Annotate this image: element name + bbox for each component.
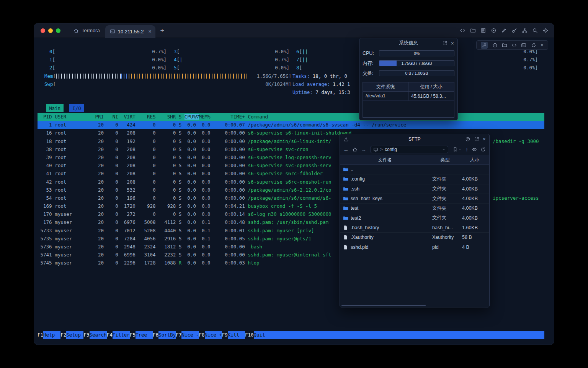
file-row[interactable]: .XauthorityXauthority58 B xyxy=(340,233,489,242)
fnkey-f10[interactable]: F10 xyxy=(245,331,254,339)
journal-icon[interactable] xyxy=(480,28,486,33)
file-row[interactable]: test2文件夹4.00KB xyxy=(340,213,489,223)
tab-ssh-session[interactable]: 10.211.55.2 × xyxy=(105,25,155,38)
close-icon[interactable]: × xyxy=(483,136,486,142)
folder-icon[interactable] xyxy=(502,43,507,48)
search-icon[interactable] xyxy=(532,28,538,33)
fnlabel-sortby[interactable]: SortBy xyxy=(158,331,176,339)
home-icon[interactable] xyxy=(352,147,358,152)
process-table-header[interactable]: PID USER PRI NI VIRT RES SHR S CPU%∇MEM%… xyxy=(38,113,544,121)
cpu-meter-5: 5[0.0%] xyxy=(174,64,289,72)
fnkey-f6[interactable]: F6 xyxy=(153,331,158,339)
file-row[interactable]: ssh_host_keys文件夹4.00KB xyxy=(340,194,489,204)
fnlabel-setup[interactable]: Setup xyxy=(66,331,83,339)
fnkey-f9[interactable]: F9 xyxy=(222,331,228,339)
sync-icon[interactable] xyxy=(531,43,536,48)
window-controls xyxy=(34,28,68,33)
file-row[interactable]: .. xyxy=(340,165,489,174)
cpu-meter-3: 3[0.0%] xyxy=(174,48,289,56)
process-row[interactable]: 1 root 20 0 424 0 0 S 0.0 0.0 0:00.07 /p… xyxy=(38,121,544,129)
panel-toolbar: × xyxy=(476,40,548,50)
upload-icon[interactable]: ↑ xyxy=(466,147,468,152)
show-hidden-icon[interactable] xyxy=(472,147,477,152)
transfers-icon[interactable] xyxy=(343,136,349,142)
info-icon[interactable] xyxy=(492,43,498,48)
open-in-window-icon[interactable] xyxy=(442,41,448,46)
file-row[interactable]: .bash_historybash_hi...1.60KB xyxy=(340,223,489,233)
session-tab-label: 10.211.55.2 xyxy=(118,29,144,34)
fnlabel-tree[interactable]: Tree xyxy=(136,331,153,339)
fnlabel-nice[interactable]: Nice - xyxy=(181,331,199,339)
tab-io[interactable]: I/O xyxy=(69,104,84,112)
toolbar-icons xyxy=(460,28,554,33)
horizontal-scrollbar[interactable] xyxy=(341,305,426,306)
pin-icon[interactable] xyxy=(481,42,488,49)
sftp-panel: SFTP × ← → > config ↑ 文件名 类 xyxy=(340,134,490,307)
swap-meter: Swp[ 0K/1024M ] xyxy=(44,80,291,88)
settings-icon[interactable] xyxy=(542,28,548,33)
load-average-info: Load average: 1.42 1 xyxy=(292,80,350,88)
home-icon xyxy=(74,28,79,33)
open-in-window-icon[interactable] xyxy=(474,136,479,142)
terminal-icon xyxy=(110,29,115,34)
refresh-icon[interactable] xyxy=(480,147,486,152)
column-type[interactable]: 类型 xyxy=(430,155,460,164)
back-icon[interactable]: ← xyxy=(343,147,349,152)
fnlabel-search[interactable]: Search xyxy=(90,331,107,339)
fnlabel-kill[interactable]: Kill xyxy=(228,331,245,339)
app-window: Termora 10.211.55.2 × + 0[0.7%]1[0.0%]2[… xyxy=(34,23,554,345)
close-window-button[interactable] xyxy=(41,28,45,33)
fnkey-f3[interactable]: F3 xyxy=(83,331,89,339)
fnlabel-help[interactable]: Help xyxy=(43,331,60,339)
help-icon[interactable] xyxy=(465,136,470,142)
close-icon[interactable]: × xyxy=(451,41,454,46)
column-name[interactable]: 文件名 xyxy=(340,155,430,164)
fnlabel-filter[interactable]: Filter xyxy=(113,331,130,339)
path-separator: > xyxy=(380,147,383,152)
fnlabel-quit[interactable]: Quit xyxy=(254,331,271,339)
tasks-info: Tasks: 18, 0 thr, 0 xyxy=(292,72,350,80)
file-row[interactable]: test文件夹4.00KB xyxy=(340,204,489,213)
swap-label: Swp xyxy=(44,80,53,88)
new-tab-button[interactable]: + xyxy=(155,27,170,34)
fnlabel-nice[interactable]: Nice + xyxy=(205,331,222,339)
system-info-panel: 系统信息 × CPU:0%内存:1.75GB / 7.65GB交换:0 B / … xyxy=(359,38,458,120)
folder-icon xyxy=(343,205,348,211)
sftp-titlebar: SFTP × xyxy=(340,134,489,144)
folder-icon xyxy=(343,186,348,192)
file-table-header[interactable]: 文件名 类型 大小 xyxy=(340,155,489,165)
folder-icon xyxy=(343,167,348,172)
forward-icon[interactable]: → xyxy=(361,147,366,152)
close-icon[interactable]: × xyxy=(541,43,544,48)
close-tab-icon[interactable]: × xyxy=(148,29,151,34)
tab-termora-home[interactable]: Termora xyxy=(68,23,105,38)
edit-icon[interactable] xyxy=(501,28,507,33)
home-tab-label: Termora xyxy=(82,28,100,33)
folder-icon[interactable] xyxy=(470,28,476,33)
chevron-down-icon[interactable] xyxy=(442,148,446,151)
zoom-window-button[interactable] xyxy=(56,28,60,33)
branch-icon[interactable] xyxy=(522,28,528,33)
bookmark-chevron-icon[interactable] xyxy=(459,148,462,151)
filesystem-table: 文件系统使用 / 大小/dev/vda145.61GB / 58.3... xyxy=(363,82,454,118)
fnkey-f2[interactable]: F2 xyxy=(60,331,66,339)
record-icon[interactable] xyxy=(491,28,497,33)
column-size[interactable]: 大小 xyxy=(460,155,489,164)
code-icon[interactable] xyxy=(511,43,517,48)
path-breadcrumb[interactable]: > config xyxy=(371,146,448,153)
fnkey-f4[interactable]: F4 xyxy=(107,331,113,339)
code-icon[interactable] xyxy=(460,28,466,33)
tab-main[interactable]: Main xyxy=(46,104,64,112)
fnkey-f7[interactable]: F7 xyxy=(176,331,181,339)
bookmark-icon[interactable] xyxy=(452,147,458,152)
file-row[interactable]: .config文件夹4.00KB xyxy=(340,174,489,184)
minimize-window-button[interactable] xyxy=(48,28,53,33)
fnkey-f5[interactable]: F5 xyxy=(130,331,136,339)
file-row[interactable]: sshd.pidpid4 B xyxy=(340,242,489,252)
fnkey-f1[interactable]: F1 xyxy=(38,331,43,339)
fnkey-f8[interactable]: F8 xyxy=(199,331,205,339)
terminal-icon[interactable] xyxy=(521,43,526,48)
file-icon xyxy=(343,225,348,230)
file-row[interactable]: .ssh文件夹4.00KB xyxy=(340,184,489,194)
key-icon[interactable] xyxy=(511,28,517,33)
